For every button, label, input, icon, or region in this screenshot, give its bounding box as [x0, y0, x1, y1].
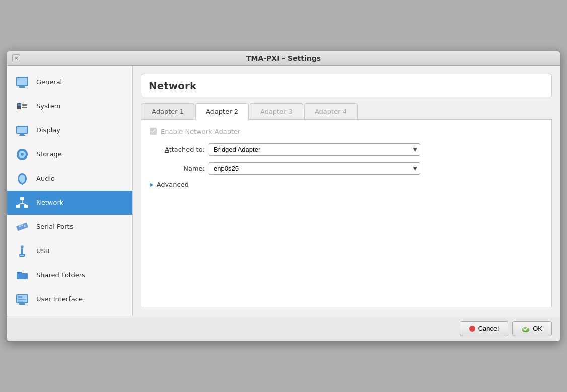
sidebar-label-display: Display: [36, 126, 60, 134]
advanced-label: Advanced: [157, 181, 189, 188]
sidebar-label-system: System: [36, 102, 60, 110]
tab-adapter2[interactable]: Adapter 2: [195, 103, 249, 120]
attached-to-select[interactable]: Bridged Adapter NAT Internal Network Hos…: [209, 143, 420, 156]
user-interface-icon: [14, 291, 30, 307]
name-label: Name:: [150, 165, 205, 172]
titlebar: × TMA-PXI - Settings: [7, 51, 560, 66]
sidebar-label-audio: Audio: [36, 175, 55, 182]
name-select[interactable]: enp0s25: [209, 162, 420, 175]
svg-rect-10: [19, 135, 25, 136]
network-icon: [14, 195, 30, 211]
tab-adapter3: Adapter 3: [250, 103, 303, 119]
svg-line-22: [18, 203, 22, 205]
ok-button[interactable]: OK: [512, 321, 552, 336]
svg-rect-19: [16, 205, 20, 208]
tab-adapter1[interactable]: Adapter 1: [141, 103, 194, 119]
general-icon: [14, 74, 30, 90]
svg-rect-36: [18, 301, 23, 302]
svg-rect-20: [24, 205, 28, 208]
sidebar-item-system[interactable]: System: [7, 94, 132, 118]
attached-to-label: Attached to:: [150, 146, 205, 153]
svg-rect-34: [18, 296, 22, 298]
cancel-label: Cancel: [478, 325, 499, 332]
svg-point-27: [24, 225, 26, 227]
tab-adapter4: Adapter 4: [304, 103, 358, 119]
enable-adapter-row: Enable Network Adapter: [150, 128, 543, 135]
svg-rect-30: [20, 255, 24, 256]
svg-point-26: [21, 224, 23, 226]
sidebar-item-serial-ports[interactable]: Serial Ports: [7, 215, 132, 239]
svg-rect-1: [17, 78, 27, 85]
sidebar-label-serial-ports: Serial Ports: [36, 223, 73, 230]
enable-adapter-label: Enable Network Adapter: [161, 128, 240, 135]
sidebar-item-user-interface[interactable]: User Interface: [7, 287, 132, 311]
svg-rect-6: [22, 107, 27, 108]
svg-rect-37: [19, 303, 25, 305]
audio-icon: [14, 171, 30, 187]
serial-ports-icon: [14, 219, 30, 235]
svg-rect-17: [22, 184, 23, 185]
name-row: Name: enp0s25 ▼: [150, 162, 543, 175]
sidebar-item-network[interactable]: Network: [7, 191, 132, 215]
svg-rect-9: [20, 134, 24, 135]
svg-line-23: [22, 203, 26, 205]
network-panel: Enable Network Adapter Attached to: Brid…: [141, 120, 552, 307]
svg-rect-16: [20, 183, 24, 184]
sidebar-item-shared-folders[interactable]: Shared Folders: [7, 263, 132, 287]
svg-rect-5: [22, 104, 27, 106]
sidebar-label-network: Network: [36, 199, 63, 206]
enable-adapter-checkbox[interactable]: [150, 128, 157, 135]
name-select-wrapper: enp0s25 ▼: [209, 162, 420, 175]
svg-rect-18: [20, 197, 24, 200]
tabs-container: Adapter 1 Adapter 2 Adapter 3 Adapter 4: [141, 103, 552, 120]
advanced-expand-icon: ▶: [150, 182, 154, 187]
svg-rect-24: [16, 222, 28, 231]
page-title: Network: [141, 74, 552, 97]
window-title: TMA-PXI - Settings: [246, 54, 321, 62]
sidebar-label-storage: Storage: [36, 150, 62, 158]
svg-point-13: [21, 153, 24, 156]
usb-icon: [14, 243, 30, 259]
svg-point-25: [19, 225, 21, 227]
sidebar-label-shared-folders: Shared Folders: [36, 271, 85, 279]
footer: Cancel OK: [7, 316, 560, 341]
settings-window: × TMA-PXI - Settings General: [7, 51, 560, 342]
ok-label: OK: [533, 325, 542, 332]
sidebar-label-general: General: [36, 78, 62, 86]
attached-to-select-wrapper: Bridged Adapter NAT Internal Network Hos…: [209, 143, 420, 156]
cancel-icon: [469, 326, 475, 332]
svg-rect-4: [18, 104, 21, 106]
svg-rect-8: [17, 127, 27, 133]
advanced-row[interactable]: ▶ Advanced: [150, 181, 543, 188]
sidebar-item-general[interactable]: General: [7, 70, 132, 94]
sidebar: General System: [7, 66, 133, 316]
shared-folders-icon: [14, 267, 30, 283]
sidebar-item-display[interactable]: Display: [7, 118, 132, 142]
sidebar-label-usb: USB: [36, 247, 50, 255]
sidebar-item-audio[interactable]: Audio: [7, 167, 132, 191]
window-body: General System: [7, 66, 560, 316]
system-icon: [14, 98, 30, 114]
svg-rect-35: [18, 299, 26, 300]
ok-icon: [522, 325, 530, 333]
main-content: Network Adapter 1 Adapter 2 Adapter 3 Ad…: [133, 66, 560, 316]
storage-icon: [14, 146, 30, 163]
sidebar-item-storage[interactable]: Storage: [7, 142, 132, 167]
svg-point-15: [19, 175, 25, 183]
close-button[interactable]: ×: [12, 54, 20, 62]
svg-rect-2: [19, 86, 25, 88]
sidebar-label-user-interface: User Interface: [36, 295, 83, 303]
attached-to-row: Attached to: Bridged Adapter NAT Interna…: [150, 143, 543, 156]
svg-point-31: [21, 245, 24, 248]
display-icon: [14, 122, 30, 138]
cancel-button[interactable]: Cancel: [460, 321, 508, 336]
sidebar-item-usb[interactable]: USB: [7, 239, 132, 263]
